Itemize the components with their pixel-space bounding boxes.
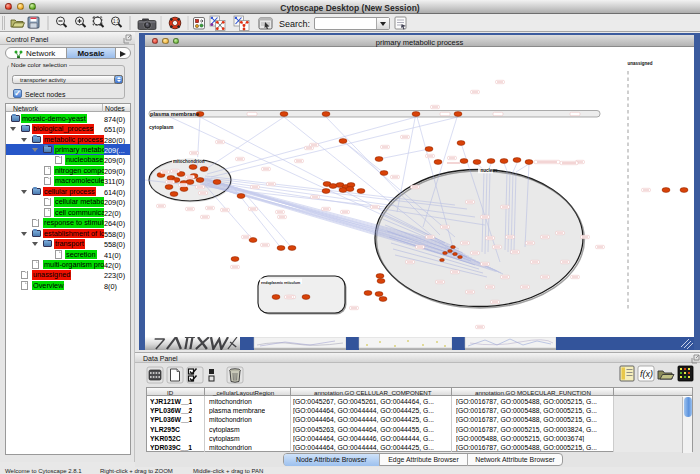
svg-text:nucleus: nucleus bbox=[481, 168, 499, 173]
svg-text:plasma membrane: plasma membrane bbox=[150, 111, 199, 117]
svg-text:cytoplasm: cytoplasm bbox=[149, 125, 174, 130]
svg-text:unassigned: unassigned bbox=[628, 61, 653, 66]
svg-text:mitochondrion: mitochondrion bbox=[173, 159, 205, 164]
svg-text:endoplasmic reticulum: endoplasmic reticulum bbox=[261, 281, 300, 285]
svg-text:1:1: 1:1 bbox=[113, 19, 120, 24]
svg-text:f(x): f(x) bbox=[640, 369, 653, 379]
